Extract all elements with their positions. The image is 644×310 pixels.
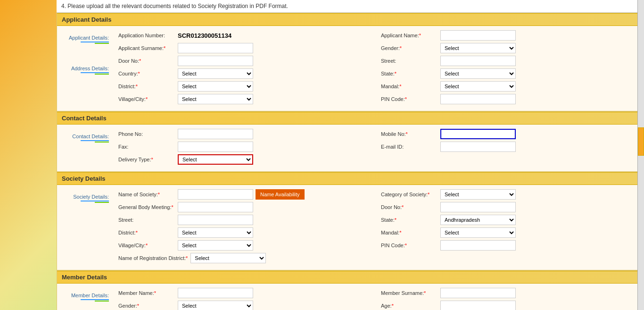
- fax-input[interactable]: [178, 142, 253, 152]
- row-phone-mobile: Phone No: Mobile No:*: [118, 129, 639, 139]
- email-group: E-mail ID:: [381, 142, 639, 152]
- society-details-sidebar: Society Details:: [57, 190, 114, 207]
- address-details-sidebar: Address Details:: [57, 62, 114, 78]
- soc-mandal-select[interactable]: Select: [440, 227, 516, 238]
- category-group: Category of Society:* Select: [381, 189, 639, 200]
- category-label: Category of Society:*: [381, 192, 438, 197]
- applicant-surname-input[interactable]: [178, 43, 253, 53]
- scrollbar[interactable]: [637, 0, 644, 310]
- soc-street-input[interactable]: [178, 215, 253, 225]
- member-surname-group: Member Surname:*: [381, 288, 639, 298]
- pin-input[interactable]: [440, 94, 516, 104]
- applicant-surname-group: Applicant Surname:*: [118, 43, 376, 53]
- member-age-input[interactable]: [440, 301, 516, 310]
- door-no-group: Door No:*: [118, 56, 376, 66]
- member-gender-select[interactable]: Select Male Female: [178, 301, 253, 310]
- row-society-name-category: Name of Society:* Name Availability Cate…: [118, 189, 639, 200]
- district-group: District:* Select: [118, 81, 376, 92]
- soc-mandal-label: Mandal:*: [381, 230, 438, 235]
- gender-group: Gender:* Select Male Female: [381, 43, 639, 53]
- delivery-label: Delivery Type:*: [118, 157, 175, 162]
- mobile-label: Mobile No:*: [381, 131, 438, 137]
- row-district-mandal: District:* Select Mandal:* Select: [118, 81, 639, 92]
- mandal-label: Mandal:*: [381, 84, 438, 89]
- applicant-name-label: Applicant Name:*: [381, 33, 438, 38]
- member-surname-input[interactable]: [440, 288, 516, 298]
- applicant-details-body: Applicant Details: Address Details: Appl…: [57, 26, 644, 111]
- fax-label: Fax:: [118, 144, 175, 150]
- soc-village-select[interactable]: Select: [178, 240, 253, 251]
- state-select[interactable]: Select: [440, 68, 516, 79]
- delivery-type-select[interactable]: Select Post Hand Delivery: [178, 154, 253, 165]
- row-member-name-surname: Member Name:* Member Surname:*: [118, 288, 639, 298]
- category-select[interactable]: Select: [440, 189, 516, 200]
- member-details-sidebar: Member Details:: [57, 289, 114, 305]
- country-label: Country:*: [118, 71, 175, 76]
- soc-state-select[interactable]: Andhrapradesh: [440, 215, 516, 225]
- application-number-label: Application Number:: [118, 33, 175, 38]
- soc-village-label: Village/City:*: [118, 243, 175, 248]
- state-group: State:* Select: [381, 68, 639, 79]
- member-name-group: Member Name:*: [118, 288, 376, 298]
- member-age-label: Age:*: [381, 303, 438, 309]
- country-select[interactable]: Select India: [178, 68, 253, 79]
- row-fax-email: Fax: E-mail ID:: [118, 142, 639, 152]
- member-gender-group: Gender:* Select Male Female: [118, 301, 376, 310]
- applicant-name-group: Applicant Name:*: [381, 30, 639, 41]
- contact-details-sidebar: Contact Details:: [57, 130, 114, 146]
- row-surname-gender: Applicant Surname:* Gender:* Select Male…: [118, 43, 639, 53]
- soc-street-group: Street:: [118, 215, 376, 225]
- contact-details-body: Contact Details: Phone No: Mobile No:*: [57, 125, 644, 171]
- society-details-body: Society Details: Name of Society:* Name …: [57, 185, 644, 270]
- soc-state-group: State:* Andhrapradesh: [381, 215, 639, 225]
- gender-label: Gender:*: [381, 45, 438, 51]
- gbm-input[interactable]: [178, 202, 253, 212]
- soc-district-label: District:*: [118, 230, 175, 235]
- soc-door-input[interactable]: [440, 202, 516, 212]
- row-member-gender-age: Gender:* Select Male Female Age:*: [118, 301, 639, 310]
- fax-group: Fax:: [118, 142, 376, 152]
- application-number-group: Application Number: SCR012300051134: [118, 32, 376, 39]
- street-input[interactable]: [440, 56, 516, 66]
- row-country-state: Country:* Select India State:* Select: [118, 68, 639, 79]
- village-select[interactable]: Select: [178, 94, 253, 104]
- reg-district-select[interactable]: Select: [190, 253, 266, 263]
- reg-district-label: Name of Registration District:*: [118, 255, 188, 261]
- society-name-label: Name of Society:*: [118, 192, 175, 197]
- street-group: Street:: [381, 56, 639, 66]
- soc-district-select[interactable]: Select: [178, 227, 253, 238]
- scrollbar-thumb[interactable]: [638, 127, 644, 156]
- email-input[interactable]: [440, 142, 516, 152]
- row-soc-street-state: Street: State:* Andhrapradesh: [118, 215, 639, 225]
- pin-group: PIN Code:*: [381, 94, 639, 104]
- member-name-label: Member Name:*: [118, 290, 175, 296]
- pin-label: PIN Code:*: [381, 96, 438, 102]
- row-door-street: Door No:* Street:: [118, 56, 639, 66]
- contact-details-header: Contact Details: [57, 112, 644, 125]
- district-select[interactable]: Select: [178, 81, 253, 92]
- delivery-group: Delivery Type:* Select Post Hand Deliver…: [118, 154, 639, 165]
- applicant-name-input[interactable]: [440, 30, 516, 41]
- name-availability-button[interactable]: Name Availability: [256, 189, 305, 200]
- soc-village-group: Village/City:* Select: [118, 240, 376, 251]
- application-number-value: SCR012300051134: [178, 32, 231, 39]
- mandal-select[interactable]: Select: [440, 81, 516, 92]
- soc-state-label: State:*: [381, 217, 438, 223]
- mobile-input[interactable]: [440, 129, 516, 139]
- phone-input[interactable]: [178, 129, 253, 139]
- soc-pin-input[interactable]: [440, 240, 516, 251]
- soc-pin-group: PIN Code:*: [381, 240, 639, 251]
- row-gbm-door: General Body Meeting:* Door No:*: [118, 202, 639, 212]
- mobile-group: Mobile No:*: [381, 129, 639, 139]
- applicant-details-header: Applicant Details: [57, 13, 644, 26]
- door-no-input[interactable]: [178, 56, 253, 66]
- gbm-label: General Body Meeting:*: [118, 204, 175, 210]
- district-label: District:*: [118, 84, 175, 89]
- society-name-group: Name of Society:* Name Availability: [118, 189, 376, 200]
- contact-details-section: Contact Details Contact Details: Phone N…: [57, 111, 644, 172]
- door-no-label: Door No:*: [118, 58, 175, 64]
- soc-door-label: Door No:*: [381, 204, 438, 210]
- gender-select[interactable]: Select Male Female: [440, 43, 516, 53]
- society-name-input[interactable]: [178, 189, 253, 200]
- member-name-input[interactable]: [178, 288, 253, 298]
